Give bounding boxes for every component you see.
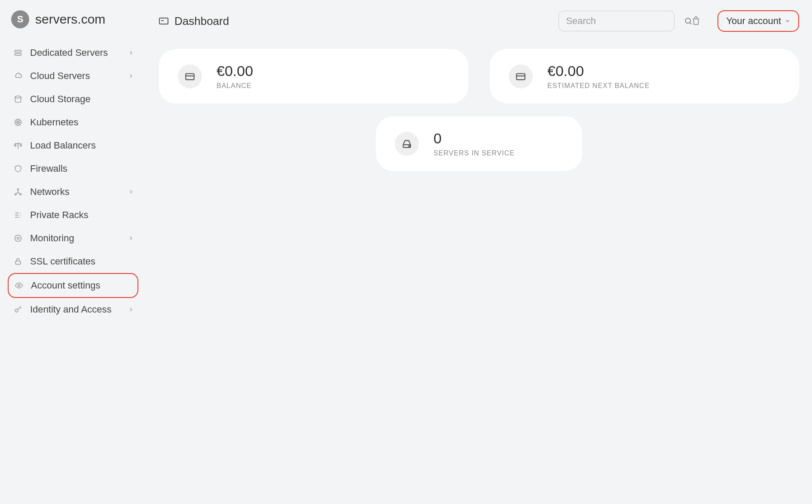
svg-line-9 — [16, 120, 18, 122]
server-icon — [12, 49, 24, 57]
svg-rect-36 — [186, 73, 194, 79]
shield-icon — [12, 164, 24, 173]
sidebar-item-private-racks[interactable]: Private Racks — [8, 203, 138, 227]
breadcrumb-label: Dashboard — [174, 15, 229, 28]
sidebar-item-firewalls[interactable]: Firewalls — [8, 157, 138, 180]
sidebar-item-label: SSL certificates — [24, 256, 134, 267]
sidebar-item-label: Dedicated Servers — [24, 47, 128, 58]
estimated-value: €0.00 — [547, 63, 650, 79]
svg-point-30 — [18, 285, 20, 287]
svg-point-41 — [409, 146, 409, 146]
key-icon — [12, 305, 24, 314]
svg-line-12 — [16, 123, 18, 125]
sidebar-item-label: Kubernetes — [24, 117, 134, 128]
sidebar-item-cloud-storage[interactable]: Cloud Storage — [8, 88, 138, 111]
chevron-right-icon — [128, 307, 134, 313]
svg-point-27 — [15, 235, 21, 242]
network-icon — [12, 188, 24, 196]
svg-line-11 — [19, 120, 21, 122]
sidebar-item-label: Monitoring — [24, 233, 128, 244]
chevron-down-icon — [785, 18, 791, 24]
sidebar-item-identity-and-access[interactable]: Identity and Access — [8, 298, 138, 321]
main-content: Dashboard Your account — [146, 0, 812, 504]
account-menu[interactable]: Your account — [717, 10, 799, 32]
chevron-right-icon — [128, 189, 134, 195]
sidebar-item-networks[interactable]: Networks — [8, 180, 138, 203]
search-input[interactable] — [566, 15, 684, 27]
svg-rect-0 — [15, 50, 21, 52]
servers-card[interactable]: 0 SERVERS IN SERVICE — [376, 116, 582, 171]
sidebar-item-monitoring[interactable]: Monitoring — [8, 227, 138, 250]
terminal-icon — [159, 18, 168, 24]
svg-point-16 — [15, 194, 16, 195]
svg-rect-38 — [516, 73, 525, 79]
svg-point-17 — [20, 194, 21, 195]
cart-icon[interactable] — [687, 16, 705, 26]
brand-logo[interactable]: S servers.com — [8, 10, 138, 28]
search-box[interactable] — [559, 11, 675, 31]
monitoring-icon — [12, 234, 24, 243]
sidebar-nav: Dedicated ServersCloud ServersCloud Stor… — [8, 41, 138, 321]
sidebar-item-label: Cloud Servers — [24, 70, 128, 82]
balance-value: €0.00 — [217, 63, 253, 79]
card-icon — [178, 64, 202, 88]
servers-label: SERVERS IN SERVICE — [433, 149, 515, 157]
sidebar-item-dedicated-servers[interactable]: Dedicated Servers — [8, 41, 138, 64]
sidebar: S servers.com Dedicated ServersCloud Ser… — [0, 0, 146, 504]
sidebar-item-cloud-servers[interactable]: Cloud Servers — [8, 64, 138, 88]
sidebar-item-account-settings[interactable]: Account settings — [8, 273, 138, 298]
chevron-right-icon — [128, 73, 134, 79]
svg-line-19 — [15, 193, 18, 194]
sidebar-item-label: Identity and Access — [24, 304, 128, 315]
account-label: Your account — [726, 15, 781, 27]
balance-card[interactable]: €0.00 BALANCE — [159, 49, 468, 103]
racks-icon — [12, 211, 24, 219]
sidebar-item-label: Load Balancers — [24, 140, 134, 151]
svg-point-4 — [17, 121, 19, 123]
estimated-label: ESTIMATED NEXT BALANCE — [547, 82, 650, 90]
svg-line-10 — [19, 123, 21, 125]
sidebar-item-label: Cloud Storage — [24, 94, 134, 105]
chevron-right-icon — [128, 50, 134, 56]
drive-icon — [395, 132, 419, 156]
lock-icon — [12, 257, 24, 266]
svg-point-31 — [15, 309, 18, 312]
storage-icon — [12, 95, 24, 103]
chevron-right-icon — [128, 235, 134, 241]
card-icon — [509, 64, 533, 88]
cloud-icon — [12, 72, 24, 80]
svg-rect-1 — [15, 54, 21, 55]
sidebar-item-ssl-certificates[interactable]: SSL certificates — [8, 250, 138, 273]
servers-value: 0 — [433, 130, 515, 147]
breadcrumb[interactable]: Dashboard — [159, 15, 229, 28]
sidebar-item-label: Private Racks — [24, 209, 134, 221]
sidebar-item-label: Firewalls — [24, 163, 134, 174]
kubernetes-icon — [12, 118, 24, 127]
brand-name: servers.com — [35, 12, 105, 27]
svg-line-20 — [18, 193, 21, 194]
svg-line-33 — [20, 307, 21, 309]
eye-icon — [13, 281, 25, 290]
topbar: Dashboard Your account — [159, 10, 799, 32]
sidebar-item-load-balancers[interactable]: Load Balancers — [8, 134, 138, 157]
estimated-balance-card[interactable]: €0.00 ESTIMATED NEXT BALANCE — [490, 49, 799, 103]
sidebar-item-label: Account settings — [25, 280, 133, 291]
svg-point-15 — [17, 189, 18, 190]
balance-label: BALANCE — [217, 82, 253, 90]
brand-mark-icon: S — [11, 10, 29, 28]
balance-icon — [12, 141, 24, 150]
svg-rect-29 — [15, 261, 21, 264]
sidebar-item-label: Networks — [24, 186, 128, 197]
sidebar-item-kubernetes[interactable]: Kubernetes — [8, 111, 138, 134]
svg-point-28 — [17, 237, 19, 240]
svg-point-2 — [15, 96, 21, 98]
